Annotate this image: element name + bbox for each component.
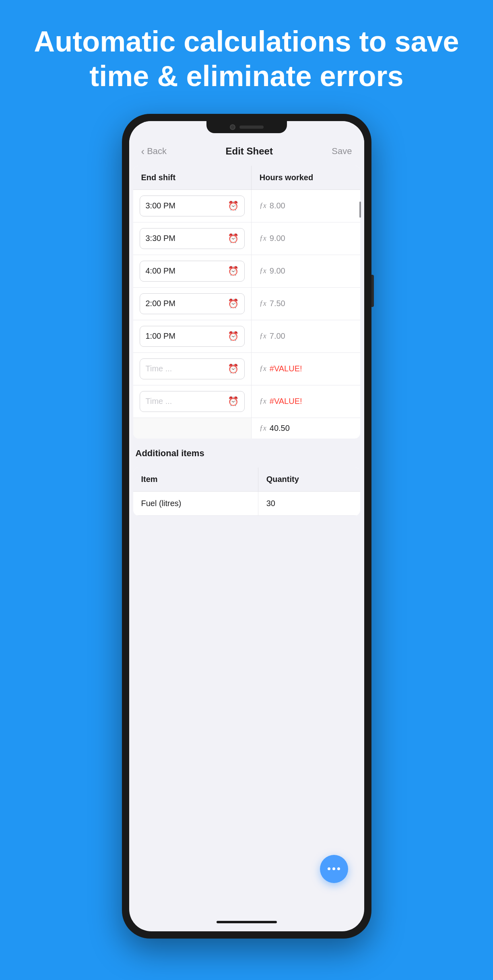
total-row: ƒx 40.50: [133, 418, 360, 439]
time-cell[interactable]: 2:00 PM ⏰: [133, 288, 251, 320]
hours-cell: ƒx 9.00: [251, 255, 360, 287]
quantity-col-header: Quantity: [258, 467, 360, 491]
back-label: Back: [147, 146, 167, 156]
time-input[interactable]: Time ... ⏰: [140, 391, 245, 412]
fx-icon: ƒx: [260, 397, 266, 406]
nav-title: Edit Sheet: [226, 146, 273, 157]
total-empty-cell: [133, 418, 251, 439]
hours-cell: ƒx 7.00: [251, 320, 360, 352]
end-shift-header: End shift: [133, 166, 251, 189]
additional-section: Additional items: [129, 439, 364, 467]
time-cell[interactable]: 1:00 PM ⏰: [133, 320, 251, 352]
fx-icon: ƒx: [260, 267, 266, 275]
fx-icon: ƒx: [260, 364, 266, 373]
table-row: 2:00 PM ⏰ ƒx 7.50: [133, 288, 360, 320]
time-input[interactable]: 3:00 PM ⏰: [140, 196, 245, 216]
hours-cell: ƒx #VALUE!: [251, 353, 360, 385]
clock-icon: ⏰: [228, 364, 239, 374]
time-cell[interactable]: 3:30 PM ⏰: [133, 222, 251, 255]
clock-icon: ⏰: [228, 233, 239, 244]
table-row: Time ... ⏰ ƒx #VALUE!: [133, 353, 360, 385]
fx-icon: ƒx: [260, 234, 266, 243]
hours-worked-header: Hours worked: [251, 166, 360, 189]
time-input[interactable]: Time ... ⏰: [140, 358, 245, 379]
clock-icon: ⏰: [228, 266, 239, 276]
time-cell[interactable]: Time ... ⏰: [133, 385, 251, 418]
item-col-header: Item: [133, 467, 258, 491]
table-row: 4:00 PM ⏰ ƒx 9.00: [133, 255, 360, 288]
item-quantity-cell: 30: [258, 492, 360, 515]
fx-icon: ƒx: [260, 424, 266, 432]
time-input[interactable]: 4:00 PM ⏰: [140, 261, 245, 282]
time-cell[interactable]: Time ... ⏰: [133, 353, 251, 385]
chevron-left-icon: ‹: [141, 145, 145, 158]
hours-cell: ƒx 8.00: [251, 190, 360, 222]
more-options-fab[interactable]: [320, 855, 348, 883]
total-hours-cell: ƒx 40.50: [251, 418, 360, 439]
phone-camera: [230, 124, 235, 130]
fx-icon: ƒx: [260, 332, 266, 340]
hero-section: Automatic calculations to save time & el…: [0, 0, 493, 110]
hours-cell: ƒx #VALUE!: [251, 385, 360, 418]
clock-icon: ⏰: [228, 299, 239, 309]
fx-icon: ƒx: [260, 299, 266, 308]
item-name-cell: Fuel (litres): [133, 492, 258, 515]
main-table: End shift Hours worked 3:00 PM ⏰: [133, 166, 360, 439]
phone-mockup: ‹ Back Edit Sheet Save End shift Hours w…: [0, 114, 493, 939]
time-input[interactable]: 2:00 PM ⏰: [140, 293, 245, 314]
hours-cell: ƒx 7.50: [251, 288, 360, 320]
home-indicator: [217, 921, 277, 923]
items-row: Fuel (litres) 30: [133, 492, 360, 516]
phone-speaker: [239, 126, 264, 129]
clock-icon: ⏰: [228, 396, 239, 407]
time-cell[interactable]: 4:00 PM ⏰: [133, 255, 251, 287]
time-input[interactable]: 3:30 PM ⏰: [140, 228, 245, 249]
table-row: 3:00 PM ⏰ ƒx 8.00: [133, 190, 360, 222]
fab-dot-1: [328, 867, 330, 870]
fab-dot-2: [332, 867, 335, 870]
table-row: Time ... ⏰ ƒx #VALUE!: [133, 385, 360, 418]
phone-side-button: [371, 275, 374, 307]
items-table: Item Quantity Fuel (litres) 30: [133, 467, 360, 516]
back-button[interactable]: ‹ Back: [141, 145, 167, 158]
fab-dots: [328, 867, 340, 870]
table-row: 1:00 PM ⏰ ƒx 7.00: [133, 320, 360, 353]
save-button[interactable]: Save: [332, 146, 352, 156]
phone-notch: [206, 121, 287, 133]
additional-items-title: Additional items: [136, 448, 358, 459]
time-input[interactable]: 1:00 PM ⏰: [140, 326, 245, 347]
time-cell[interactable]: 3:00 PM ⏰: [133, 190, 251, 222]
clock-icon: ⏰: [228, 331, 239, 342]
fx-icon: ƒx: [260, 202, 266, 210]
fab-dot-3: [337, 867, 340, 870]
phone-screen: ‹ Back Edit Sheet Save End shift Hours w…: [129, 121, 364, 931]
table-header: End shift Hours worked: [133, 166, 360, 190]
hours-cell: ƒx 9.00: [251, 222, 360, 255]
table-row: 3:30 PM ⏰ ƒx 9.00: [133, 222, 360, 255]
items-header: Item Quantity: [133, 467, 360, 492]
scrollbar-thumb[interactable]: [359, 202, 361, 218]
hero-title: Automatic calculations to save time & el…: [32, 24, 461, 94]
phone-outer: ‹ Back Edit Sheet Save End shift Hours w…: [122, 114, 371, 939]
clock-icon: ⏰: [228, 201, 239, 211]
